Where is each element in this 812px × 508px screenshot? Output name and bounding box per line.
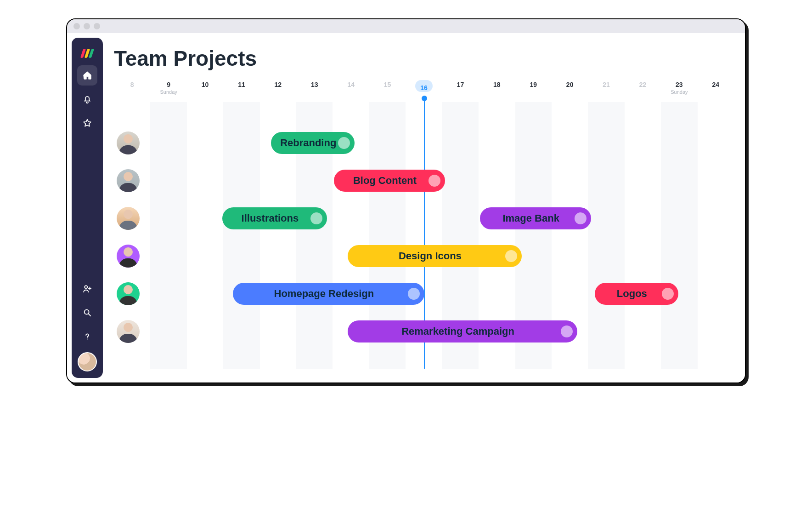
task-bar[interactable]: Blog Content: [334, 170, 445, 192]
gantt-rows: RebrandingBlog ContentIllustrationsImage…: [114, 102, 734, 350]
gantt-row: Design Icons: [114, 237, 734, 275]
page-title: Team Projects: [114, 46, 734, 71]
date-11[interactable]: 11: [223, 79, 259, 102]
gantt-area: RebrandingBlog ContentIllustrationsImage…: [114, 102, 734, 369]
task-end-marker: [338, 137, 350, 149]
minimize-icon[interactable]: [84, 23, 90, 29]
task-bar[interactable]: Design Icons: [348, 245, 522, 267]
app-window: Team Projects 89Sunday101112131415161718…: [66, 18, 746, 383]
date-20[interactable]: 20: [552, 79, 588, 102]
task-bar[interactable]: Illustrations: [222, 207, 327, 229]
date-21[interactable]: 21: [588, 79, 624, 102]
help-icon: [82, 331, 92, 342]
task-label: Illustrations: [242, 212, 299, 224]
task-end-marker: [310, 212, 322, 224]
task-end-marker: [408, 288, 420, 300]
sidebar-item-help[interactable]: [77, 326, 97, 347]
task-label: Image Bank: [502, 212, 559, 224]
date-14[interactable]: 14: [333, 79, 369, 102]
timeline: 89Sunday1011121314151617181920212223Sund…: [114, 79, 734, 369]
row-avatar[interactable]: [117, 169, 140, 192]
task-bar[interactable]: Logos: [595, 283, 678, 305]
task-end-marker: [505, 250, 517, 262]
main-panel: Team Projects 89Sunday101112131415161718…: [103, 33, 745, 382]
sidebar-item-notifications[interactable]: [77, 89, 97, 109]
row-avatar[interactable]: [117, 282, 140, 305]
content-area: Team Projects 89Sunday101112131415161718…: [67, 33, 745, 382]
date-17[interactable]: 17: [442, 79, 479, 102]
task-bar[interactable]: Homepage Redesign: [233, 283, 424, 305]
row-track: Remarketing Campaign: [142, 313, 734, 350]
date-22[interactable]: 22: [625, 79, 661, 102]
date-10[interactable]: 10: [187, 79, 223, 102]
task-bar[interactable]: Image Bank: [480, 207, 591, 229]
sidebar-item-home[interactable]: [77, 65, 97, 86]
task-end-marker: [429, 175, 440, 187]
task-label: Design Icons: [399, 250, 462, 262]
gantt-row: Rebranding: [114, 124, 734, 162]
date-15[interactable]: 15: [369, 79, 406, 102]
row-track: Homepage RedesignLogos: [142, 275, 734, 313]
gantt-row: Remarketing Campaign: [114, 313, 734, 350]
task-label: Remarketing Campaign: [401, 325, 514, 337]
svg-point-0: [85, 285, 87, 288]
task-end-marker: [575, 212, 586, 224]
row-track: Design Icons: [142, 237, 734, 275]
row-track: Rebranding: [142, 124, 734, 162]
current-user-avatar[interactable]: [78, 352, 97, 371]
gantt-row: IllustrationsImage Bank: [114, 200, 734, 237]
row-avatar[interactable]: [117, 207, 140, 230]
row-avatar[interactable]: [117, 131, 140, 154]
row-avatar[interactable]: [117, 320, 140, 343]
task-bar[interactable]: Rebranding: [271, 132, 355, 154]
row-track: IllustrationsImage Bank: [142, 200, 734, 237]
bell-icon: [82, 94, 92, 104]
date-12[interactable]: 12: [260, 79, 296, 102]
sidebar-item-search[interactable]: [77, 303, 97, 323]
home-icon: [82, 70, 92, 80]
task-bar[interactable]: Remarketing Campaign: [348, 320, 577, 342]
date-23[interactable]: 23Sunday: [661, 79, 697, 102]
close-icon[interactable]: [73, 23, 80, 29]
task-end-marker: [662, 288, 674, 300]
task-label: Homepage Redesign: [274, 288, 374, 300]
star-icon: [82, 118, 92, 128]
window-titlebar: [67, 19, 745, 33]
task-label: Blog Content: [353, 175, 417, 187]
add-user-icon: [82, 284, 92, 294]
sidebar-item-invite[interactable]: [77, 279, 97, 299]
row-track: Blog Content: [142, 162, 734, 200]
gantt-row: Homepage RedesignLogos: [114, 275, 734, 313]
search-icon: [82, 308, 92, 318]
svg-point-2: [87, 339, 88, 340]
sidebar-item-favorites[interactable]: [77, 113, 97, 133]
task-label: Rebranding: [280, 137, 336, 149]
maximize-icon[interactable]: [94, 23, 100, 29]
task-label: Logos: [617, 288, 647, 300]
date-8[interactable]: 8: [114, 79, 150, 102]
date-24[interactable]: 24: [698, 79, 734, 102]
row-avatar[interactable]: [117, 245, 140, 268]
date-19[interactable]: 19: [515, 79, 552, 102]
gantt-row: Blog Content: [114, 162, 734, 200]
date-13[interactable]: 13: [296, 79, 333, 102]
sidebar: [72, 38, 103, 378]
date-18[interactable]: 18: [479, 79, 515, 102]
logo-icon[interactable]: [81, 48, 94, 58]
date-9[interactable]: 9Sunday: [150, 79, 186, 102]
task-end-marker: [561, 325, 573, 337]
